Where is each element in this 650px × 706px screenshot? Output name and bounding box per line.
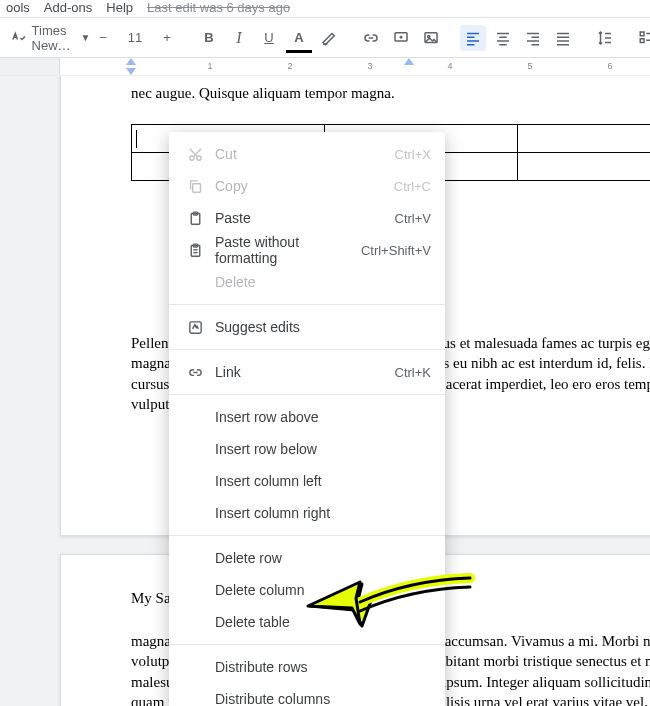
line-spacing-button[interactable] bbox=[592, 25, 618, 51]
menu-item-label: Paste bbox=[207, 210, 395, 226]
suggest-icon bbox=[183, 319, 207, 336]
text-color-button[interactable]: A bbox=[286, 25, 312, 51]
font-family-select[interactable]: Times New… ▼ bbox=[48, 25, 74, 51]
menu-item-label: Copy bbox=[207, 178, 394, 194]
menu-item-insert-column-left[interactable]: Insert column left bbox=[169, 465, 445, 497]
paste-plain-icon bbox=[183, 242, 207, 259]
context-menu: CutCtrl+XCopyCtrl+CPasteCtrl+VPaste with… bbox=[169, 132, 445, 706]
ruler[interactable]: 1 2 3 4 5 6 bbox=[0, 58, 650, 76]
checklist-button[interactable] bbox=[634, 25, 650, 51]
menu-item-label: Insert row above bbox=[207, 409, 431, 425]
insert-image-button[interactable] bbox=[418, 25, 444, 51]
menu-item-insert-row-below[interactable]: Insert row below bbox=[169, 433, 445, 465]
align-right-button[interactable] bbox=[520, 25, 546, 51]
tab-marker[interactable] bbox=[404, 58, 414, 65]
menu-item-label: Delete table bbox=[207, 614, 431, 630]
ruler-number: 5 bbox=[527, 61, 532, 71]
menu-item-link[interactable]: LinkCtrl+K bbox=[169, 356, 445, 388]
paste-icon bbox=[183, 210, 207, 227]
menu-item-copy: CopyCtrl+C bbox=[169, 170, 445, 202]
align-center-button[interactable] bbox=[490, 25, 516, 51]
underline-button[interactable]: U bbox=[256, 25, 282, 51]
ruler-number: 2 bbox=[287, 61, 292, 71]
ruler-number: 1 bbox=[207, 61, 212, 71]
menu-separator bbox=[169, 304, 445, 305]
menu-item-insert-row-above[interactable]: Insert row above bbox=[169, 401, 445, 433]
font-size-increase[interactable]: + bbox=[154, 25, 180, 51]
highlight-color-button[interactable] bbox=[316, 25, 342, 51]
menubar: ools Add-ons Help Last edit was 6 days a… bbox=[0, 0, 650, 18]
menu-tools[interactable]: ools bbox=[6, 0, 30, 15]
menu-item-delete-table[interactable]: Delete table bbox=[169, 606, 445, 638]
font-family-label: Times New… bbox=[32, 23, 71, 53]
svg-point-39 bbox=[196, 155, 200, 159]
menu-item-paste[interactable]: PasteCtrl+V bbox=[169, 202, 445, 234]
cut-icon bbox=[183, 146, 207, 163]
menu-item-label: Insert column left bbox=[207, 473, 431, 489]
bold-button[interactable]: B bbox=[196, 25, 222, 51]
menu-item-distribute-rows[interactable]: Distribute rows bbox=[169, 651, 445, 683]
ruler-number: 4 bbox=[447, 61, 452, 71]
menu-item-label: Paste without formatting bbox=[207, 234, 361, 266]
insert-link-button[interactable] bbox=[358, 25, 384, 51]
menu-item-delete-row[interactable]: Delete row bbox=[169, 542, 445, 574]
menu-item-label: Delete bbox=[207, 274, 431, 290]
menu-help[interactable]: Help bbox=[106, 0, 133, 15]
menu-separator bbox=[169, 535, 445, 536]
italic-button[interactable]: I bbox=[226, 25, 252, 51]
menu-item-cut: CutCtrl+X bbox=[169, 138, 445, 170]
menu-separator bbox=[169, 394, 445, 395]
menu-item-distribute-columns[interactable]: Distribute columns bbox=[169, 683, 445, 706]
svg-rect-24 bbox=[640, 38, 644, 42]
last-edit-status[interactable]: Last edit was 6 days ago bbox=[147, 0, 290, 15]
menu-item-insert-column-right[interactable]: Insert column right bbox=[169, 497, 445, 529]
menu-item-shortcut: Ctrl+K bbox=[395, 365, 431, 380]
svg-rect-22 bbox=[640, 32, 644, 36]
toolbar: Times New… ▼ − 11 + B I U A bbox=[0, 18, 650, 58]
svg-rect-40 bbox=[192, 183, 200, 192]
menu-item-paste-without-formatting[interactable]: Paste without formattingCtrl+Shift+V bbox=[169, 234, 445, 266]
svg-point-38 bbox=[189, 155, 193, 159]
menu-item-shortcut: Ctrl+V bbox=[395, 211, 431, 226]
first-line-indent-marker[interactable] bbox=[126, 58, 136, 65]
table-cell[interactable] bbox=[518, 153, 651, 181]
menu-item-label: Delete row bbox=[207, 550, 431, 566]
align-justify-button[interactable] bbox=[550, 25, 576, 51]
text-cursor bbox=[136, 130, 137, 148]
menu-item-label: Distribute rows bbox=[207, 659, 431, 675]
font-size-value[interactable]: 11 bbox=[122, 25, 148, 51]
menu-item-delete-column[interactable]: Delete column bbox=[169, 574, 445, 606]
menu-item-suggest-edits[interactable]: Suggest edits bbox=[169, 311, 445, 343]
menu-item-delete: Delete bbox=[169, 266, 445, 298]
menu-item-label: Insert row below bbox=[207, 441, 431, 457]
menu-separator bbox=[169, 349, 445, 350]
menu-item-shortcut: Ctrl+Shift+V bbox=[361, 243, 431, 258]
link-icon bbox=[183, 364, 207, 381]
menu-item-label: Suggest edits bbox=[207, 319, 431, 335]
menu-item-label: Link bbox=[207, 364, 395, 380]
ruler-scale: 1 2 3 4 5 6 bbox=[60, 58, 650, 75]
paragraph[interactable]: nec augue. Quisque aliquam tempor magna. bbox=[131, 83, 650, 103]
ruler-margin bbox=[0, 58, 60, 75]
ruler-number: 3 bbox=[367, 61, 372, 71]
menu-item-shortcut: Ctrl+X bbox=[395, 147, 431, 162]
menu-item-label: Delete column bbox=[207, 582, 431, 598]
copy-icon bbox=[183, 178, 207, 195]
chevron-down-icon: ▼ bbox=[81, 32, 91, 43]
menu-item-label: Cut bbox=[207, 146, 395, 162]
font-size-decrease[interactable]: − bbox=[90, 25, 116, 51]
spellcheck-button[interactable] bbox=[6, 25, 32, 51]
menu-item-label: Distribute columns bbox=[207, 691, 431, 706]
menu-item-shortcut: Ctrl+C bbox=[394, 179, 431, 194]
menu-separator bbox=[169, 644, 445, 645]
left-indent-marker[interactable] bbox=[126, 68, 136, 75]
menu-addons[interactable]: Add-ons bbox=[44, 0, 92, 15]
align-left-button[interactable] bbox=[460, 25, 486, 51]
table-cell[interactable] bbox=[518, 125, 651, 153]
ruler-number: 6 bbox=[607, 61, 612, 71]
insert-comment-button[interactable] bbox=[388, 25, 414, 51]
menu-item-label: Insert column right bbox=[207, 505, 431, 521]
